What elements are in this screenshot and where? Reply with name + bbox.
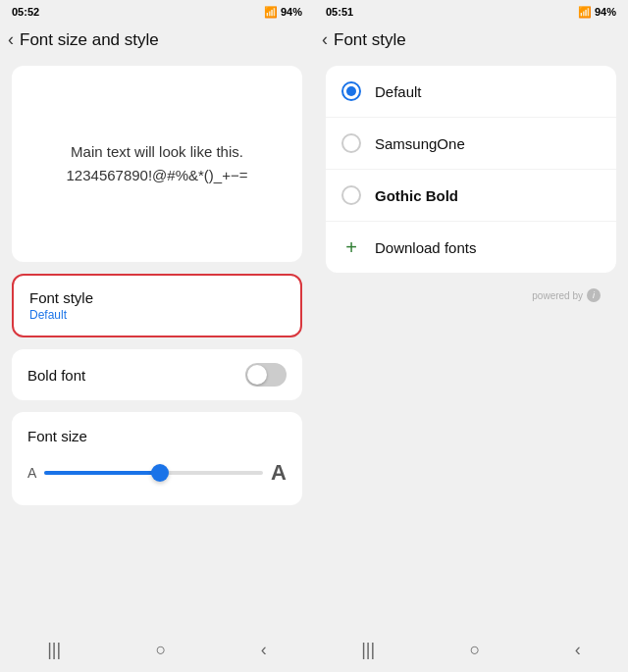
powered-by-icon: i [587, 288, 601, 302]
slider-fill [44, 471, 165, 475]
left-panel: 05:52 📶 94% ‹ Font size and style Main t… [0, 0, 314, 672]
left-signal-icon: 📶 [264, 6, 278, 19]
radio-default [341, 81, 361, 101]
font-size-large-label: A [271, 460, 287, 486]
bold-font-card: Bold font [12, 349, 302, 400]
left-home-button[interactable]: ○ [156, 640, 167, 660]
left-back-nav-button[interactable]: ‹ [261, 640, 267, 660]
left-page-title: Font size and style [20, 30, 159, 50]
right-header: ‹ Font style [314, 24, 628, 58]
font-option-samsungone[interactable]: SamsungOne [326, 118, 616, 170]
download-fonts-label: Download fonts [375, 239, 476, 256]
right-bottom-nav: ||| ○ ‹ [314, 628, 628, 672]
right-home-button[interactable]: ○ [470, 640, 481, 660]
left-back-button[interactable]: ‹ [8, 29, 14, 50]
left-recents-button[interactable]: ||| [47, 640, 61, 660]
right-battery-text: 94% [595, 6, 616, 18]
font-style-row[interactable]: Font style Default [14, 276, 300, 336]
left-time: 05:52 [12, 6, 39, 18]
left-header: ‹ Font size and style [0, 24, 314, 58]
left-battery-text: 94% [281, 6, 302, 18]
radio-gothic-bold [341, 185, 361, 205]
font-size-title: Font size [27, 428, 287, 444]
font-preview-card: Main text will look like this. 123456789… [12, 66, 302, 262]
left-status-bar: 05:52 📶 94% [0, 0, 314, 24]
right-back-button[interactable]: ‹ [322, 29, 328, 50]
right-page-title: Font style [334, 30, 406, 50]
font-options-card: Default SamsungOne Gothic Bold + Downloa… [326, 66, 616, 273]
preview-line1: Main text will look like this. [71, 140, 243, 164]
download-fonts-row[interactable]: + Download fonts [326, 222, 616, 273]
font-style-highlighted-wrapper: Font style Default [12, 274, 302, 337]
font-option-gothic-bold[interactable]: Gothic Bold [326, 170, 616, 222]
left-bottom-nav: ||| ○ ‹ [0, 628, 314, 672]
font-style-value: Default [29, 308, 93, 322]
right-content: Default SamsungOne Gothic Bold + Downloa… [314, 58, 628, 628]
right-status-right: 📶 94% [578, 6, 616, 19]
bold-font-label: Bold font [27, 367, 85, 384]
left-content: Main text will look like this. 123456789… [0, 58, 314, 628]
bold-font-toggle[interactable] [245, 363, 287, 387]
left-status-right: 📶 94% [264, 6, 302, 19]
font-option-default-label: Default [375, 83, 422, 100]
font-style-text: Font style Default [29, 289, 93, 322]
font-style-label: Font style [29, 289, 93, 306]
right-recents-button[interactable]: ||| [361, 640, 375, 660]
font-size-card: Font size A A [12, 412, 302, 505]
right-panel: 05:51 📶 94% ‹ Font style Default Samsung… [314, 0, 628, 672]
powered-by-text: powered by i [326, 284, 616, 306]
bold-font-row: Bold font [12, 349, 302, 400]
right-status-bar: 05:51 📶 94% [314, 0, 628, 24]
font-option-samsungone-label: SamsungOne [375, 135, 465, 152]
font-size-slider-row: A A [27, 460, 287, 486]
font-size-slider[interactable] [44, 471, 263, 475]
right-time: 05:51 [326, 6, 353, 18]
plus-icon: + [341, 237, 361, 257]
radio-samsungone [341, 133, 361, 153]
slider-thumb[interactable] [151, 464, 169, 482]
right-signal-icon: 📶 [578, 6, 592, 19]
right-back-nav-button[interactable]: ‹ [575, 640, 581, 660]
font-option-default[interactable]: Default [326, 66, 616, 118]
font-option-gothic-bold-label: Gothic Bold [375, 187, 458, 204]
radio-default-inner [346, 86, 356, 96]
font-size-small-label: A [27, 465, 36, 481]
preview-line2: 1234567890!@#%&*()_+−= [67, 164, 248, 187]
